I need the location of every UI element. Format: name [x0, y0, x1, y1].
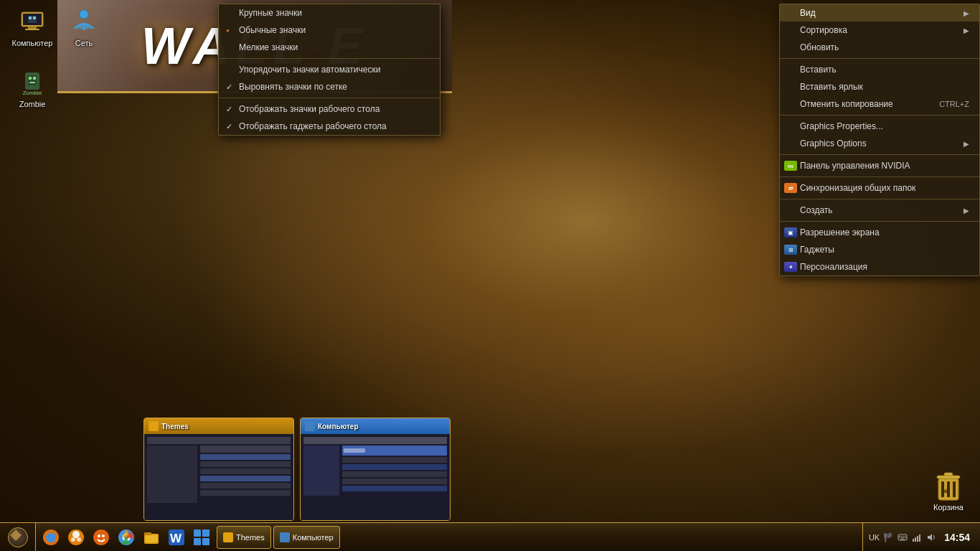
- svg-point-22: [46, 532, 56, 542]
- desktop-icon-recycle[interactable]: Корзина: [931, 468, 966, 512]
- thumbnail-computer-content: [301, 434, 450, 520]
- svg-rect-48: [901, 537, 904, 538]
- taskbar-explorer[interactable]: [140, 526, 163, 549]
- thumbnail-computer-icon: [305, 421, 315, 431]
- personal-icon: ✦: [784, 260, 797, 273]
- menu-item-screen-res[interactable]: ▣ Разрешение экрана: [780, 224, 979, 241]
- svg-rect-5: [29, 17, 32, 19]
- menu-item-vid[interactable]: Вид ▶: [780, 4, 979, 22]
- thumbnail-themes-fm: [144, 434, 293, 520]
- screen-res-label: Разрешение экрана: [800, 227, 880, 237]
- thumbnail-themes[interactable]: Themes: [143, 418, 294, 521]
- tray-flag-icon[interactable]: 🏴: [882, 532, 894, 543]
- svg-rect-38: [194, 529, 201, 537]
- computer-icon-label: Компьютер: [12, 39, 53, 48]
- menu-item-normal-icons[interactable]: Обычные значки: [219, 22, 440, 39]
- taskbar-chrome[interactable]: [115, 526, 138, 549]
- tray-volume-icon[interactable]: [925, 532, 937, 543]
- menu-item-large-icons[interactable]: Крупные значки: [219, 4, 440, 22]
- thumbnail-computer[interactable]: Компьютер: [300, 418, 451, 521]
- sync-icon: ⇄: [784, 182, 797, 194]
- taskbar-word[interactable]: W: [165, 526, 188, 549]
- zombie-icon-label: Zombie: [19, 100, 46, 109]
- paste-shortcut-label: Вставить ярлык: [800, 82, 863, 92]
- desktop-icon-computer[interactable]: Компьютер: [7, 7, 57, 48]
- svg-rect-16: [941, 481, 944, 497]
- taskbar-firefox[interactable]: [39, 526, 62, 549]
- menu-item-sort[interactable]: Сортировка ▶: [780, 22, 979, 39]
- menu-item-graphics-options[interactable]: Graphics Options ▶: [780, 135, 979, 152]
- taskbar-messenger[interactable]: [65, 526, 88, 549]
- menu-item-personalize[interactable]: ✦ Персонализация: [780, 258, 979, 276]
- start-button[interactable]: [0, 523, 36, 552]
- taskbar-emoticon[interactable]: [90, 526, 113, 549]
- thumbnail-computer-title: Компьютер: [318, 423, 359, 430]
- menu-item-paste-shortcut[interactable]: Вставить ярлык: [780, 78, 979, 95]
- thumbnail-themes-titlebar: Themes: [144, 418, 293, 434]
- refresh-label: Обновить: [800, 42, 839, 52]
- svg-rect-19: [937, 476, 960, 479]
- tray-keyboard-icon[interactable]: [897, 532, 908, 543]
- taskbar-windows[interactable]: [190, 526, 213, 549]
- svg-point-29: [102, 534, 105, 537]
- svg-rect-11: [29, 77, 32, 80]
- recycle-icon-label: Корзина: [933, 503, 963, 512]
- thumbnails-container: Themes: [143, 418, 451, 521]
- menu-item-show-icons[interactable]: Отображать значки рабочего стола: [219, 100, 440, 118]
- svg-text:W: W: [170, 532, 182, 545]
- normal-icons-label: Обычные значки: [239, 25, 306, 35]
- menu-item-auto-arrange[interactable]: Упорядочить значки автоматически: [219, 61, 440, 78]
- svg-rect-17: [947, 481, 950, 497]
- desktop: WALL·E Компьютер: [0, 0, 980, 551]
- left-menu-sep1: [219, 58, 440, 59]
- menu-item-sync[interactable]: ⇄ Синхронизация общих папок: [780, 179, 979, 197]
- svg-point-27: [93, 529, 109, 545]
- sort-arrow: ▶: [963, 27, 969, 34]
- svg-point-28: [98, 534, 100, 537]
- taskbar-themes-btn[interactable]: Themes: [217, 526, 271, 549]
- menu-item-align-grid[interactable]: Выровнять значки по сетке: [219, 78, 440, 95]
- thumbnail-computer-titlebar: Компьютер: [301, 418, 450, 434]
- graphics-properties-label: Graphics Properties...: [800, 121, 883, 131]
- tray-clock[interactable]: 14:54: [940, 532, 974, 543]
- svg-rect-53: [917, 536, 918, 542]
- svg-point-8: [83, 27, 85, 30]
- menu-item-show-gadgets[interactable]: Отображать гаджеты рабочего стола: [219, 118, 440, 135]
- svg-rect-20: [944, 473, 953, 476]
- menu-item-small-icons[interactable]: Мелкие значки: [219, 39, 440, 56]
- network-icon-label: Сеть: [75, 39, 93, 48]
- vid-label: Вид: [800, 8, 816, 18]
- menu-item-undo-copy[interactable]: Отменить копирование CTRL+Z: [780, 95, 979, 113]
- personalize-label: Персонализация: [800, 262, 867, 272]
- right-menu-sep2: [780, 115, 979, 116]
- undo-copy-shortcut: CTRL+Z: [939, 100, 969, 108]
- svg-rect-3: [25, 29, 39, 30]
- system-tray: UK 🏴: [862, 523, 980, 552]
- right-menu-sep4: [780, 176, 979, 177]
- menu-item-gadgets[interactable]: ⊞ Гаджеты: [780, 241, 979, 258]
- svg-rect-34: [144, 532, 151, 535]
- main-context-menu: Вид ▶ Сортировка ▶ Обновить Вставить Вст…: [779, 4, 980, 276]
- vid-arrow: ▶: [963, 9, 969, 17]
- menu-item-graphics-properties[interactable]: Graphics Properties...: [780, 118, 979, 135]
- paste-label: Вставить: [800, 65, 837, 75]
- show-gadgets-label: Отображать гаджеты рабочего стола: [239, 121, 387, 131]
- desktop-icon-network[interactable]: Сеть: [59, 7, 109, 48]
- tray-network-icon[interactable]: [911, 532, 923, 543]
- menu-item-paste[interactable]: Вставить: [780, 61, 979, 78]
- menu-item-create[interactable]: Создать ▶: [780, 202, 979, 219]
- svg-rect-49: [905, 537, 906, 538]
- taskbar-computer-btn[interactable]: Компьютер: [273, 526, 340, 549]
- menu-item-nvidia[interactable]: nv Панель управления NVIDIA: [780, 157, 979, 174]
- thumbnail-themes-title: Themes: [161, 423, 189, 430]
- svg-point-7: [80, 10, 88, 19]
- graphics-options-arrow: ▶: [963, 140, 969, 148]
- auto-arrange-label: Упорядочить значки автоматически: [239, 65, 380, 75]
- gadgets-icon: ⊞: [784, 243, 797, 256]
- svg-rect-43: [899, 536, 900, 537]
- menu-item-refresh[interactable]: Обновить: [780, 39, 979, 56]
- create-label: Создать: [800, 205, 833, 215]
- network-icon-img: [70, 7, 98, 36]
- svg-point-25: [71, 537, 75, 542]
- desktop-icon-zombie[interactable]: Zombie Zombie: [7, 68, 57, 109]
